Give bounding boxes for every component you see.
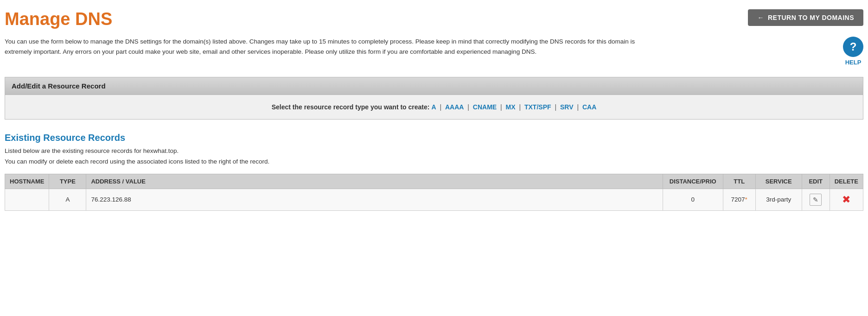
record-type-row: Select the resource record type you want… xyxy=(5,95,863,119)
help-circle-icon: ? xyxy=(843,37,863,57)
record-type-txtspf-link[interactable]: TXT/SPF xyxy=(524,103,551,111)
separator-5: | xyxy=(555,103,556,111)
select-label: Select the resource record type you want… xyxy=(272,103,430,111)
record-type-srv-link[interactable]: SRV xyxy=(560,103,574,111)
info-text: You can use the form below to manage the… xyxy=(5,37,654,57)
existing-desc-line2: You can modify or delete each record usi… xyxy=(5,157,863,167)
help-label: HELP xyxy=(845,59,862,66)
help-button[interactable]: ? HELP xyxy=(843,37,863,66)
cell-edit: ✎ xyxy=(802,189,830,210)
cell-ttl: 7207* xyxy=(723,189,755,210)
separator-4: | xyxy=(519,103,521,111)
col-header-distance: DISTANCE/PRIO xyxy=(663,174,723,189)
delete-record-button[interactable]: ✖ xyxy=(842,195,850,205)
cell-service: 3rd-party xyxy=(755,189,802,210)
col-header-edit: EDIT xyxy=(802,174,830,189)
edit-record-button[interactable]: ✎ xyxy=(810,194,822,206)
separator-2: | xyxy=(467,103,469,111)
page-title: Manage DNS xyxy=(5,9,112,29)
record-type-a-link[interactable]: A xyxy=(431,103,436,111)
arrow-left-icon: ← xyxy=(757,14,764,21)
cell-address: 76.223.126.88 xyxy=(86,189,663,210)
page-header: Manage DNS ← RETURN TO MY DOMAINS xyxy=(5,9,863,29)
existing-desc-line1: Listed below are the existing resource r… xyxy=(5,146,863,157)
existing-records-title: Existing Resource Records xyxy=(5,133,863,143)
record-type-caa-link[interactable]: CAA xyxy=(582,103,596,111)
cell-delete: ✖ xyxy=(830,189,863,210)
col-header-address: ADDRESS / VALUE xyxy=(86,174,663,189)
existing-desc: Listed below are the existing resource r… xyxy=(5,146,863,167)
existing-section: Existing Resource Records Listed below a… xyxy=(5,133,863,211)
record-type-aaaa-link[interactable]: AAAA xyxy=(445,103,464,111)
ttl-star-indicator: * xyxy=(745,196,747,203)
table-header-row: HOSTNAME TYPE ADDRESS / VALUE DISTANCE/P… xyxy=(5,174,863,189)
cell-hostname xyxy=(5,189,49,210)
col-header-delete: DELETE xyxy=(830,174,863,189)
separator-1: | xyxy=(440,103,441,111)
cell-distance: 0 xyxy=(663,189,723,210)
record-type-mx-link[interactable]: MX xyxy=(506,103,516,111)
add-edit-header: Add/Edit a Resource Record xyxy=(5,77,863,95)
info-section: You can use the form below to manage the… xyxy=(5,37,863,66)
return-button-label: RETURN TO MY DOMAINS xyxy=(768,14,854,21)
add-edit-section: Add/Edit a Resource Record Select the re… xyxy=(5,77,863,120)
col-header-service: SERVICE xyxy=(755,174,802,189)
cell-type: A xyxy=(49,189,86,210)
col-header-ttl: TTL xyxy=(723,174,755,189)
return-to-domains-button[interactable]: ← RETURN TO MY DOMAINS xyxy=(748,9,863,26)
col-header-hostname: HOSTNAME xyxy=(5,174,49,189)
records-table: HOSTNAME TYPE ADDRESS / VALUE DISTANCE/P… xyxy=(5,174,863,211)
separator-6: | xyxy=(577,103,579,111)
table-row: A76.223.126.8807207*3rd-party✎✖ xyxy=(5,189,863,210)
record-type-cname-link[interactable]: CNAME xyxy=(473,103,497,111)
col-header-type: TYPE xyxy=(49,174,86,189)
separator-3: | xyxy=(500,103,502,111)
